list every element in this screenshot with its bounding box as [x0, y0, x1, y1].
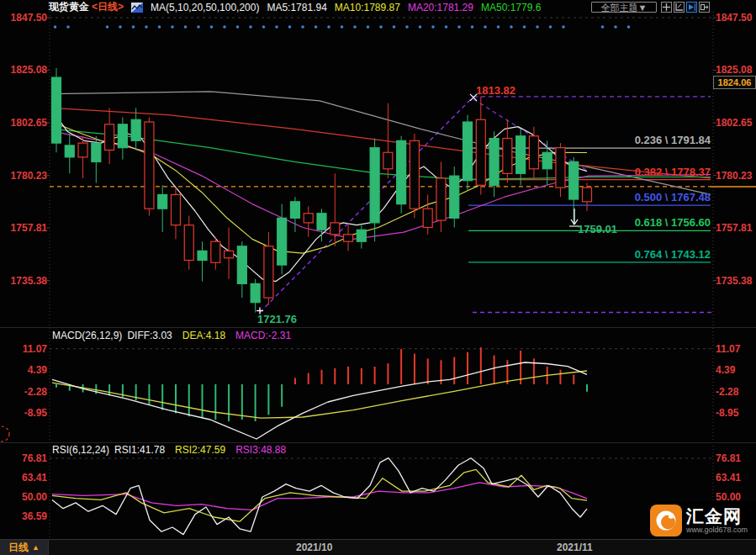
pan-icon[interactable]: [661, 2, 672, 13]
axis-label: 1847.50: [5, 12, 47, 24]
axis-label: 1780.23: [5, 170, 47, 182]
candlestick-chart-icon: [131, 3, 143, 13]
macd-diff-value: DIFF:3.03: [127, 330, 172, 341]
axis-label: 36.59: [5, 510, 47, 522]
ma-settings-label: MA(5,10,20,50,100,200): [151, 2, 259, 13]
axis-label: 1802.65: [716, 117, 754, 129]
axis-label: 63.41: [716, 472, 754, 484]
gold678-logo-icon: [650, 505, 682, 536]
date-axis-label: 2021/11: [557, 542, 593, 553]
trading-app: 现货黄金 <日线> MA(5,10,20,50,100,200) MA5:178…: [0, 0, 756, 555]
logo-site-url: www.gold678.com: [686, 526, 748, 534]
axis-label: 4.39: [716, 364, 754, 376]
ma10-value: MA10:1789.87: [335, 2, 400, 13]
fib-level-label: 0.764 \ 1743.12: [578, 248, 711, 261]
auto-scroll-icon[interactable]: [686, 2, 697, 13]
rsi3-value: RSI3:48.88: [235, 444, 286, 456]
site-logo: 汇金网 www.gold678.com: [650, 501, 756, 539]
macd-settings-label: MACD(26,12,9): [52, 330, 122, 341]
period-tag: <日线>: [92, 0, 124, 14]
macd-header: MACD(26,12,9) DIFF:3.03 DEA:4.18 MACD:-2…: [52, 330, 291, 341]
candles-layer: [52, 68, 592, 313]
panel-separator: [0, 442, 756, 443]
fib-level-label: 0.236 \ 1791.84: [578, 134, 711, 146]
price-marker-box: 1824.06: [713, 76, 756, 89]
chart-canvas[interactable]: [0, 0, 756, 555]
logo-site-name: 汇金网: [686, 507, 748, 526]
ma50-value: MA50:1779.6: [481, 2, 541, 13]
axis-label: 11.07: [5, 343, 47, 355]
peak-price-annotation: 1813.82: [476, 84, 515, 97]
axis-label: 50.00: [5, 491, 47, 503]
date-axis-label: 2021/10: [296, 542, 332, 553]
period-label: 日线: [8, 541, 29, 555]
macd-dea-value: DEA:4.18: [182, 330, 225, 341]
axis-label: 1757.81: [716, 222, 754, 234]
macd-layer: [56, 347, 587, 421]
axis-label: -8.95: [716, 407, 754, 419]
axis-label: 4.39: [5, 364, 47, 376]
rsi2-value: RSI2:47.59: [175, 444, 225, 456]
axis-label: -8.95: [5, 407, 47, 419]
axis-label: 63.41: [5, 472, 47, 484]
fib-level-label: 0.500 \ 1767.48: [578, 191, 711, 204]
axis-label: -2.28: [5, 386, 47, 398]
ma5-value: MA5:1781.94: [267, 2, 326, 13]
chart-header: 现货黄金 <日线> MA(5,10,20,50,100,200) MA5:178…: [49, 1, 541, 13]
axis-label: 76.81: [716, 452, 754, 464]
instrument-title: 现货黄金: [49, 0, 89, 14]
axis-label: 1802.65: [5, 117, 47, 129]
chart-toolbar: [661, 2, 710, 13]
bottom-status-bar: 日线 ▲ 2021/102021/11: [0, 540, 756, 555]
bottom-price-annotation: 1721.76: [257, 313, 297, 325]
axis-label: 1757.81: [5, 222, 47, 234]
axis-label: 1735.38: [5, 275, 47, 287]
rsi-header: RSI(6,12,24) RSI1:41.78 RSI2:47.59 RSI3:…: [52, 444, 286, 456]
axis-label: 1780.23: [716, 170, 754, 182]
axis-label: 76.81: [5, 452, 47, 464]
fib-level-label: 0.382 \ 1778.37: [578, 166, 711, 178]
axis-range-icon[interactable]: [674, 2, 685, 13]
axis-label: 1825.08: [5, 64, 47, 76]
ma20-value: MA20:1781.29: [408, 2, 473, 13]
rsi-settings-label: RSI(6,12,24): [52, 444, 109, 456]
period-arrow-icon: ▲: [32, 543, 40, 552]
panel-separator: [0, 327, 756, 328]
macd-value: MACD:-2.31: [235, 330, 291, 341]
axis-label: 11.07: [716, 343, 754, 355]
axis-label: -2.28: [716, 386, 754, 398]
axis-label: 1847.50: [716, 12, 754, 24]
axis-label: 1825.08: [716, 64, 754, 76]
rsi1-value: RSI1:41.78: [114, 444, 165, 456]
theme-dropdown[interactable]: 全部主题▼: [591, 2, 657, 13]
fib-level-label: 0.618 \ 1756.60: [578, 216, 711, 229]
axis-label: 1735.38: [716, 275, 754, 287]
export-chart-icon[interactable]: [699, 2, 710, 13]
period-selector[interactable]: 日线 ▲: [0, 540, 49, 555]
